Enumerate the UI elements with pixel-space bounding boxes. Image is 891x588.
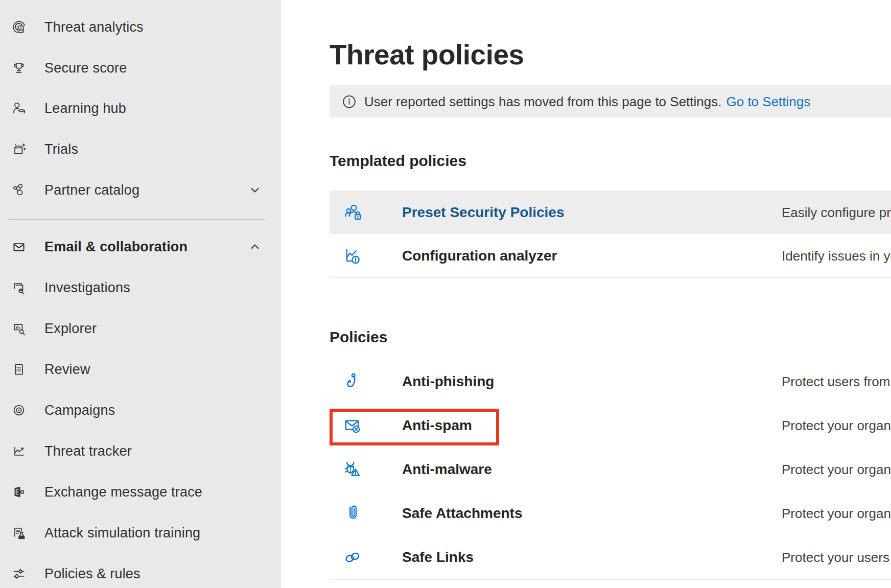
sidebar-item-label: Campaigns bbox=[44, 403, 115, 418]
row-safe-links[interactable]: Safe Links Protect your users fr bbox=[330, 535, 891, 580]
sidebar-divider bbox=[9, 219, 265, 220]
sidebar-item-label: Secure score bbox=[44, 60, 127, 76]
row-label: Anti-phishing bbox=[402, 373, 494, 390]
sidebar-item-label: Attack simulation training bbox=[44, 525, 200, 541]
sidebar-item-review[interactable]: Review bbox=[0, 349, 281, 390]
row-description: Protect your organiz bbox=[782, 418, 891, 434]
banner-text: User reported settings has moved from th… bbox=[364, 93, 721, 109]
row-description: Protect users from p bbox=[782, 374, 891, 390]
configuration-analyzer-icon bbox=[342, 245, 363, 267]
campaigns-icon bbox=[10, 402, 28, 419]
trials-icon bbox=[10, 140, 28, 158]
sidebar-item-secure-score[interactable]: Secure score bbox=[0, 48, 281, 88]
sidebar-item-label: Partner catalog bbox=[44, 182, 139, 198]
row-description: Protect your organiz bbox=[782, 506, 891, 522]
go-to-settings-link[interactable]: Go to Settings bbox=[726, 93, 810, 109]
row-configuration-analyzer[interactable]: Configuration analyzer Identify issues i… bbox=[330, 234, 891, 278]
preset-security-icon bbox=[342, 202, 363, 223]
banner-text-wrap: User reported settings has moved from th… bbox=[364, 93, 810, 109]
bug-warning-icon bbox=[342, 459, 363, 480]
sidebar-item-label: Threat analytics bbox=[44, 19, 144, 35]
chain-link-icon bbox=[342, 547, 363, 568]
sidebar-item-attack-simulation-training[interactable]: Attack simulation training bbox=[0, 512, 281, 553]
policies-heading: Policies bbox=[330, 328, 387, 346]
info-banner: User reported settings has moved from th… bbox=[330, 85, 891, 117]
policies-rules-icon bbox=[10, 565, 28, 582]
review-icon bbox=[10, 361, 28, 378]
info-icon bbox=[342, 95, 356, 108]
sidebar-item-label: Investigations bbox=[44, 280, 130, 296]
sidebar-item-investigations[interactable]: Investigations bbox=[0, 267, 281, 308]
sidebar-item-label: Review bbox=[44, 362, 90, 378]
row-safe-attachments[interactable]: Safe Attachments Protect your organiz bbox=[330, 491, 891, 536]
row-label: Configuration analyzer bbox=[402, 248, 557, 264]
row-label: Anti-malware bbox=[402, 461, 492, 478]
sidebar-item-email-collaboration[interactable]: Email & collaboration bbox=[0, 226, 281, 267]
row-label: Anti-spam bbox=[402, 417, 472, 434]
threat-analytics-icon bbox=[10, 18, 28, 36]
row-anti-spam[interactable]: Anti-spam Protect your organiz bbox=[330, 404, 891, 448]
partner-catalog-icon bbox=[10, 181, 28, 199]
explorer-icon bbox=[10, 320, 28, 337]
sidebar-item-explorer[interactable]: Explorer bbox=[0, 308, 281, 349]
sidebar-item-label: Trials bbox=[44, 142, 78, 157]
row-description: Easily configure prot bbox=[782, 204, 891, 220]
exchange-icon bbox=[10, 483, 28, 501]
row-label: Preset Security Policies bbox=[402, 204, 565, 221]
paperclip-icon bbox=[342, 503, 363, 524]
row-description: Protect your organiz bbox=[782, 462, 891, 478]
chevron-down-icon[interactable] bbox=[248, 183, 262, 197]
hook-icon bbox=[342, 371, 363, 392]
sidebar-item-policies-rules[interactable]: Policies & rules bbox=[0, 553, 281, 588]
page-title: Threat policies bbox=[330, 38, 524, 71]
learning-hub-icon bbox=[10, 100, 28, 117]
sidebar-item-exchange-message-trace[interactable]: Exchange message trace bbox=[0, 472, 281, 512]
sidebar-item-threat-analytics[interactable]: Threat analytics bbox=[0, 7, 281, 48]
attack-simulation-icon bbox=[10, 524, 28, 542]
main-content: Threat policies User reported settings h… bbox=[281, 0, 891, 588]
sidebar-item-label: Threat tracker bbox=[44, 443, 132, 459]
row-anti-phishing[interactable]: Anti-phishing Protect users from p bbox=[330, 360, 891, 404]
sidebar-item-label: Exchange message trace bbox=[44, 484, 202, 500]
threat-tracker-icon bbox=[10, 442, 28, 460]
sidebar-item-partner-catalog[interactable]: Partner catalog bbox=[0, 170, 281, 210]
row-label: Safe Links bbox=[402, 549, 474, 566]
defender-portal-window: Threat analytics Secure score bbox=[0, 0, 891, 588]
sidebar-item-trials[interactable]: Trials bbox=[0, 129, 281, 170]
templated-policies-heading: Templated policies bbox=[330, 152, 466, 170]
row-description: Identify issues in you bbox=[782, 248, 891, 264]
row-label: Safe Attachments bbox=[402, 505, 522, 522]
sidebar-item-label: Learning hub bbox=[44, 101, 126, 116]
blocked-envelope-icon bbox=[342, 415, 363, 436]
row-description: Protect your users fr bbox=[782, 550, 891, 566]
secure-score-icon bbox=[10, 59, 28, 77]
sidebar-item-learning-hub[interactable]: Learning hub bbox=[0, 88, 281, 129]
chevron-up-icon[interactable] bbox=[248, 240, 262, 253]
row-preset-security-policies[interactable]: Preset Security Policies Easily configur… bbox=[330, 191, 891, 234]
sidebar: Threat analytics Secure score bbox=[0, 0, 281, 588]
email-icon bbox=[10, 238, 28, 255]
sidebar-item-label: Explorer bbox=[44, 321, 97, 337]
sidebar-item-campaigns[interactable]: Campaigns bbox=[0, 390, 281, 431]
sidebar-item-label: Policies & rules bbox=[44, 566, 140, 582]
row-anti-malware[interactable]: Anti-malware Protect your organiz bbox=[330, 448, 891, 492]
sidebar-item-threat-tracker[interactable]: Threat tracker bbox=[0, 431, 281, 472]
investigations-icon bbox=[10, 279, 28, 296]
sidebar-item-label: Email & collaboration bbox=[44, 239, 187, 255]
